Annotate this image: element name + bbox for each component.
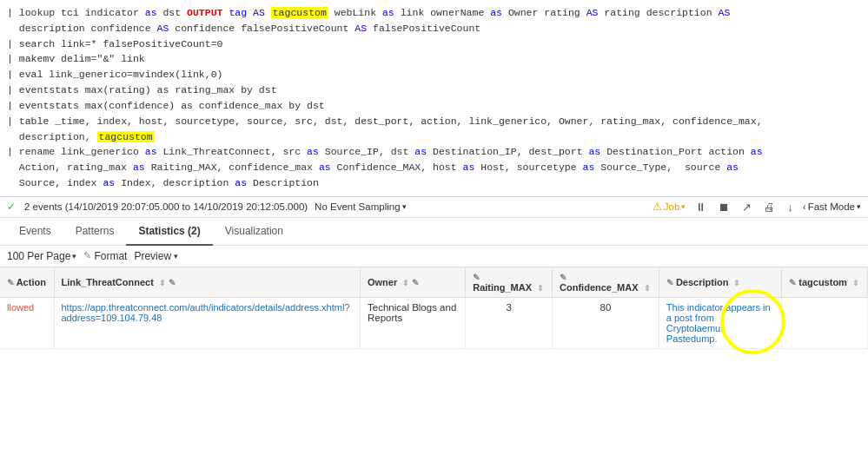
results-table-wrapper: ✎ Action Link_ThreatConnect ⇕ ✎ Owner ⇕ …	[0, 267, 868, 455]
col-raiting-max[interactable]: ✎ Raiting_MAX ⇕	[466, 267, 553, 298]
code-line-11: Action, rating_max as Raiting_MAX, confi…	[7, 160, 861, 175]
cell-raiting: 3	[466, 297, 553, 348]
fast-mode-dropdown[interactable]: ‹ Fast Mode ▾	[803, 201, 861, 212]
events-info: 2 events (14/10/2019 20:07:05.000 to 14/…	[24, 201, 308, 212]
per-page-label: 100 Per Page	[7, 250, 70, 262]
warning-icon: ⚠	[653, 201, 662, 213]
preview-button[interactable]: Preview ▾	[134, 250, 178, 262]
code-line-4: | makemv delim="&" link	[7, 51, 861, 67]
results-table: ✎ Action Link_ThreatConnect ⇕ ✎ Owner ⇕ …	[0, 267, 868, 349]
per-page-dropdown[interactable]: 100 Per Page ▾	[7, 250, 76, 262]
table-header-row: ✎ Action Link_ThreatConnect ⇕ ✎ Owner ⇕ …	[0, 267, 868, 298]
cell-action: llowed	[0, 297, 54, 348]
raiting-value: 3	[506, 302, 511, 313]
col-owner-edit-icon: ✎	[412, 278, 419, 287]
code-line-1: | lookup tci indicator as dst OUTPUT tag…	[7, 5, 861, 21]
col-confidence-max[interactable]: ✎ Confidence_MAX ⇕	[553, 267, 659, 298]
owner-value: Technical Blogs and Reports	[368, 302, 456, 323]
col-description[interactable]: ✎ Description ⇕	[659, 267, 781, 298]
col-confidence-sort-icon: ⇕	[644, 284, 651, 293]
tab-statistics[interactable]: Statistics (2)	[126, 218, 212, 246]
code-editor: | lookup tci indicator as dst OUTPUT tag…	[0, 0, 868, 197]
code-line-7: | eventstats max(confidence) as confiden…	[7, 98, 861, 114]
preview-label: Preview	[134, 250, 171, 262]
code-line-5: | eval link_generico=mvindex(link,0)	[7, 67, 861, 82]
cell-owner: Technical Blogs and Reports	[361, 297, 466, 348]
tab-visualization[interactable]: Visualization	[213, 218, 295, 246]
code-line-6: | eventstats max(rating) as rating_max b…	[7, 82, 861, 98]
col-action[interactable]: ✎ Action	[0, 267, 54, 298]
code-line-10: | rename link_generico as Link_ThreatCon…	[7, 144, 861, 160]
col-link-threatconnect[interactable]: Link_ThreatConnect ⇕ ✎	[54, 267, 361, 298]
confidence-value: 80	[600, 302, 612, 313]
col-raiting-sort-icon: ⇕	[537, 284, 544, 293]
toolbar: 100 Per Page ▾ ✎ Format Preview ▾	[0, 246, 868, 267]
code-line-9: description, tagcustom	[7, 129, 861, 145]
col-owner[interactable]: Owner ⇕ ✎	[361, 267, 466, 298]
job-button[interactable]: ⚠ Job ▾	[653, 201, 686, 213]
per-page-caret-icon: ▾	[72, 252, 76, 260]
col-description-sort-icon: ⇕	[733, 279, 740, 287]
action-value: llowed	[7, 302, 34, 313]
yellow-circle-annotation	[720, 289, 785, 354]
stop-button[interactable]: ⏹	[716, 201, 732, 214]
fast-mode-caret-icon: ▾	[857, 202, 861, 211]
link-threatconnect-value[interactable]: https://app.threatconnect.com/auth/indic…	[62, 302, 350, 323]
col-tagcustom-sort-icon: ⇕	[852, 279, 859, 287]
format-label: Format	[94, 250, 127, 262]
col-confidence-edit-icon: ✎	[560, 273, 567, 282]
pause-button[interactable]: ⏸	[692, 201, 709, 214]
no-event-sampling-label: No Event Sampling	[315, 201, 400, 212]
code-line-8: | table _time, index, host, sourcetype, …	[7, 114, 861, 129]
share-button[interactable]: ↗	[739, 201, 754, 214]
job-label: Job	[664, 201, 680, 212]
tab-patterns[interactable]: Patterns	[63, 218, 127, 246]
status-bar: ✓ 2 events (14/10/2019 20:07:05.000 to 1…	[0, 197, 868, 218]
col-link-edit-icon: ✎	[169, 278, 176, 287]
col-description-edit-icon: ✎	[666, 278, 673, 287]
col-owner-sort-icon: ⇕	[402, 279, 409, 287]
format-button[interactable]: ✎ Format	[83, 250, 127, 262]
cell-description: This indicator appears in a post from Cr…	[659, 297, 781, 348]
no-event-sampling-dropdown[interactable]: No Event Sampling ▾	[315, 201, 406, 212]
col-link-sort-icon: ⇕	[159, 279, 166, 287]
fast-mode-arrow-icon: ‹	[803, 201, 806, 212]
code-line-3: | search link=* falsePositiveCount=0	[7, 36, 861, 52]
cell-confidence: 80	[553, 297, 659, 348]
col-action-edit-icon: ✎	[7, 278, 14, 287]
print-button[interactable]: 🖨	[761, 201, 778, 214]
col-raiting-edit-icon: ✎	[473, 273, 480, 282]
tabs-bar: Events Patterns Statistics (2) Visualiza…	[0, 218, 868, 246]
format-edit-icon: ✎	[83, 250, 91, 261]
no-event-caret-icon: ▾	[402, 202, 407, 211]
code-line-2: description confidence AS confidence fal…	[7, 21, 861, 36]
tab-events[interactable]: Events	[7, 218, 63, 246]
fast-mode-label: Fast Mode	[808, 201, 855, 212]
description-value: This indicator appears in a post from Cr…	[666, 302, 771, 344]
preview-caret-icon: ▾	[174, 252, 178, 260]
table-row: llowed https://app.threatconnect.com/aut…	[0, 297, 868, 348]
cell-link: https://app.threatconnect.com/auth/indic…	[54, 297, 361, 348]
export-button[interactable]: ↓	[785, 201, 796, 214]
col-tagcustom[interactable]: ✎ tagcustom ⇕	[782, 267, 868, 298]
check-icon: ✓	[7, 201, 16, 213]
col-tagcustom-edit-icon: ✎	[789, 278, 796, 287]
code-line-12: Source, index as Index, description as D…	[7, 175, 861, 191]
cell-tagcustom	[782, 297, 868, 348]
job-caret-icon: ▾	[681, 202, 686, 211]
